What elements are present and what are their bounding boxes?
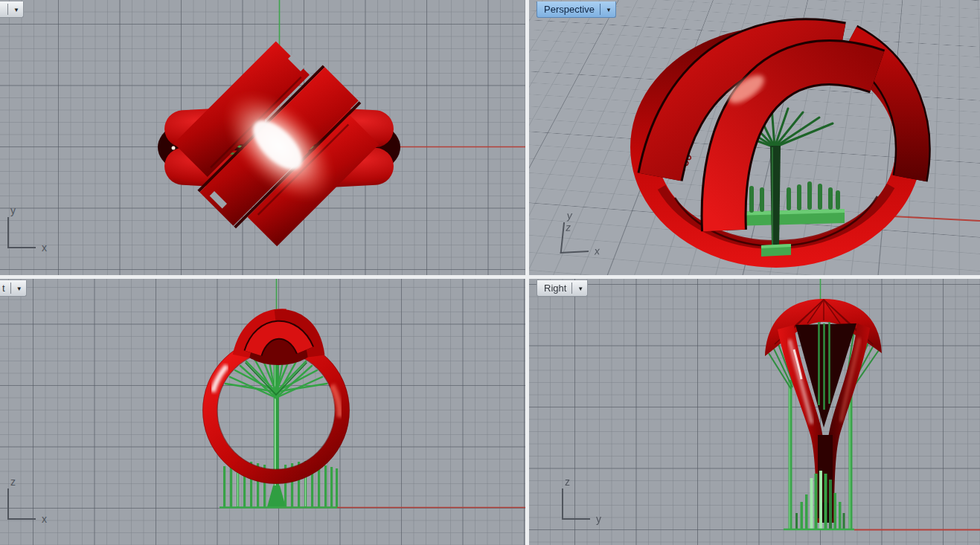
axis-indicator: z x bbox=[7, 488, 36, 520]
viewport-right[interactable]: Right ▼ z y bbox=[529, 279, 980, 545]
axis-vertical2-label: z bbox=[566, 221, 572, 233]
model-top-view[interactable] bbox=[0, 0, 525, 275]
chip-separator bbox=[571, 283, 572, 294]
viewport-title-perspective[interactable]: Perspective ▼ bbox=[537, 1, 616, 18]
chevron-down-icon[interactable]: ▼ bbox=[577, 286, 583, 292]
viewport-front[interactable]: t ▼ z x bbox=[0, 279, 525, 545]
viewport-title-label: Perspective bbox=[544, 4, 595, 15]
chevron-down-icon[interactable]: ▼ bbox=[16, 286, 22, 292]
model-front-view[interactable] bbox=[0, 279, 525, 545]
axis-horizontal-label: x bbox=[42, 513, 47, 525]
chip-separator bbox=[7, 4, 8, 15]
model-perspective-view[interactable]: 750 bbox=[529, 0, 980, 275]
viewport-title-front[interactable]: t ▼ bbox=[0, 280, 27, 297]
chevron-down-icon[interactable]: ▼ bbox=[606, 7, 612, 13]
viewport-title-right[interactable]: Right ▼ bbox=[537, 280, 588, 297]
viewport-top[interactable]: ▼ y x bbox=[0, 0, 525, 275]
model-right-view[interactable] bbox=[529, 279, 980, 545]
chip-separator bbox=[600, 4, 601, 15]
viewport-perspective[interactable]: 750 bbox=[529, 0, 980, 275]
chevron-down-icon[interactable]: ▼ bbox=[13, 7, 19, 13]
support-pillars bbox=[795, 471, 845, 529]
chip-separator bbox=[10, 283, 11, 294]
viewport-title-label: Right bbox=[544, 283, 566, 294]
axis-indicator: y z x bbox=[560, 221, 592, 254]
axis-vertical-label: z bbox=[10, 476, 16, 488]
axis-horizontal-label: x bbox=[42, 242, 47, 254]
axis-indicator: y x bbox=[7, 217, 36, 248]
axis-vertical-label: y bbox=[10, 204, 16, 216]
axis-vertical-label: z bbox=[565, 476, 570, 488]
axis-indicator: z y bbox=[562, 488, 590, 520]
cad-four-viewport-workspace: ▼ y x bbox=[0, 0, 980, 545]
viewport-title-label: t bbox=[2, 283, 5, 294]
viewport-title-top[interactable]: ▼ bbox=[0, 1, 24, 18]
axis-horizontal-label: y bbox=[596, 513, 601, 525]
